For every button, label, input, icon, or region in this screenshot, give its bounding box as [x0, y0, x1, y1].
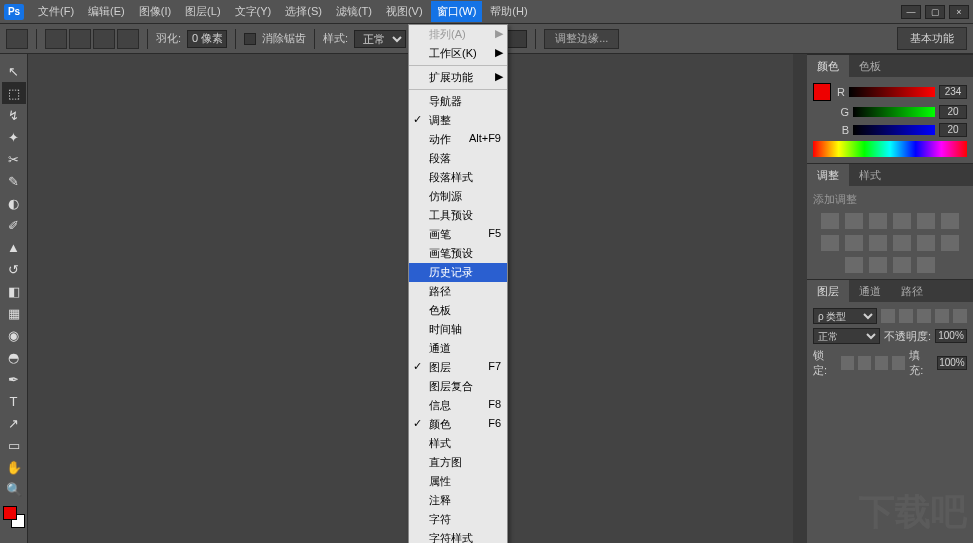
posterize-icon[interactable]: [845, 257, 863, 273]
g-value[interactable]: 20: [939, 105, 967, 119]
fill-value[interactable]: 100%: [937, 356, 967, 370]
menu-help[interactable]: 帮助(H): [484, 1, 533, 22]
marquee-tool[interactable]: ⬚: [2, 82, 26, 104]
shape-tool[interactable]: ▭: [2, 434, 26, 456]
lock-image-icon[interactable]: [858, 356, 871, 370]
lock-all-icon[interactable]: [892, 356, 905, 370]
filter-type-icon[interactable]: [917, 309, 931, 323]
menu-item-工作区(K)[interactable]: 工作区(K)▶: [409, 44, 507, 63]
menu-item-色板[interactable]: 色板: [409, 301, 507, 320]
lookup-icon[interactable]: [917, 235, 935, 251]
g-slider[interactable]: [853, 107, 935, 117]
blur-tool[interactable]: ◉: [2, 324, 26, 346]
menu-item-颜色[interactable]: ✓颜色F6: [409, 415, 507, 434]
bw-icon[interactable]: [845, 235, 863, 251]
filter-smart-icon[interactable]: [953, 309, 967, 323]
menu-item-样式[interactable]: 样式: [409, 434, 507, 453]
workspace-switcher[interactable]: 基本功能: [897, 27, 967, 50]
menu-file[interactable]: 文件(F): [32, 1, 80, 22]
channelmixer-icon[interactable]: [893, 235, 911, 251]
menu-item-段落样式[interactable]: 段落样式: [409, 168, 507, 187]
menu-item-信息[interactable]: 信息F8: [409, 396, 507, 415]
menu-select[interactable]: 选择(S): [279, 1, 328, 22]
stamp-tool[interactable]: ▲: [2, 236, 26, 258]
menu-edit[interactable]: 编辑(E): [82, 1, 131, 22]
menu-item-路径[interactable]: 路径: [409, 282, 507, 301]
hue-icon[interactable]: [941, 213, 959, 229]
tab-color[interactable]: 颜色: [807, 55, 849, 77]
tab-styles[interactable]: 样式: [849, 164, 891, 186]
menu-item-画笔[interactable]: 画笔F5: [409, 225, 507, 244]
gradientmap-icon[interactable]: [893, 257, 911, 273]
menu-type[interactable]: 文字(Y): [229, 1, 278, 22]
spectrum-bar[interactable]: [813, 141, 967, 157]
menu-filter[interactable]: 滤镜(T): [330, 1, 378, 22]
dodge-tool[interactable]: ◓: [2, 346, 26, 368]
photofilter-icon[interactable]: [869, 235, 887, 251]
tool-preset-icon[interactable]: [6, 29, 28, 49]
tab-channels[interactable]: 通道: [849, 280, 891, 302]
selective-icon[interactable]: [917, 257, 935, 273]
refine-edge-button[interactable]: 调整边缘...: [544, 29, 619, 49]
menu-item-属性[interactable]: 属性: [409, 472, 507, 491]
levels-icon[interactable]: [845, 213, 863, 229]
filter-pixel-icon[interactable]: [881, 309, 895, 323]
r-value[interactable]: 234: [939, 85, 967, 99]
move-tool[interactable]: ↖: [2, 60, 26, 82]
brightness-icon[interactable]: [821, 213, 839, 229]
menu-item-字符样式[interactable]: 字符样式: [409, 529, 507, 543]
blend-mode-select[interactable]: 正常: [813, 328, 880, 344]
feather-input[interactable]: [187, 30, 227, 48]
subtract-selection-icon[interactable]: [93, 29, 115, 49]
foreground-swatch[interactable]: [3, 506, 17, 520]
menu-item-排列(A)[interactable]: 排列(A)▶: [409, 25, 507, 44]
menu-image[interactable]: 图像(I): [133, 1, 177, 22]
add-selection-icon[interactable]: [69, 29, 91, 49]
tab-layers[interactable]: 图层: [807, 280, 849, 302]
r-slider[interactable]: [849, 87, 935, 97]
menu-item-导航器[interactable]: 导航器: [409, 92, 507, 111]
collapsed-dock[interactable]: [793, 54, 807, 543]
menu-item-段落[interactable]: 段落: [409, 149, 507, 168]
lock-transparent-icon[interactable]: [841, 356, 854, 370]
menu-item-动作[interactable]: 动作Alt+F9: [409, 130, 507, 149]
tab-paths[interactable]: 路径: [891, 280, 933, 302]
filter-adjust-icon[interactable]: [899, 309, 913, 323]
menu-item-直方图[interactable]: 直方图: [409, 453, 507, 472]
menu-item-历史记录[interactable]: 历史记录: [409, 263, 507, 282]
menu-item-画笔预设[interactable]: 画笔预设: [409, 244, 507, 263]
crop-tool[interactable]: ✂: [2, 148, 26, 170]
tab-swatches[interactable]: 色板: [849, 55, 891, 77]
menu-window[interactable]: 窗口(W): [431, 1, 483, 22]
opacity-value[interactable]: 100%: [935, 329, 967, 343]
color-preview[interactable]: [813, 83, 831, 101]
maximize-button[interactable]: ▢: [925, 5, 945, 19]
style-select[interactable]: 正常: [354, 30, 406, 48]
minimize-button[interactable]: —: [901, 5, 921, 19]
menu-item-扩展功能[interactable]: 扩展功能▶: [409, 68, 507, 87]
menu-item-注释[interactable]: 注释: [409, 491, 507, 510]
threshold-icon[interactable]: [869, 257, 887, 273]
lasso-tool[interactable]: ↯: [2, 104, 26, 126]
exposure-icon[interactable]: [893, 213, 911, 229]
colorbalance-icon[interactable]: [821, 235, 839, 251]
menu-layer[interactable]: 图层(L): [179, 1, 226, 22]
invert-icon[interactable]: [941, 235, 959, 251]
menu-item-仿制源[interactable]: 仿制源: [409, 187, 507, 206]
vibrance-icon[interactable]: [917, 213, 935, 229]
lock-position-icon[interactable]: [875, 356, 888, 370]
gradient-tool[interactable]: ▦: [2, 302, 26, 324]
new-selection-icon[interactable]: [45, 29, 67, 49]
hand-tool[interactable]: ✋: [2, 456, 26, 478]
menu-item-时间轴[interactable]: 时间轴: [409, 320, 507, 339]
menu-view[interactable]: 视图(V): [380, 1, 429, 22]
b-slider[interactable]: [853, 125, 935, 135]
eraser-tool[interactable]: ◧: [2, 280, 26, 302]
healing-tool[interactable]: ◐: [2, 192, 26, 214]
antialias-checkbox[interactable]: [244, 33, 256, 45]
wand-tool[interactable]: ✦: [2, 126, 26, 148]
filter-shape-icon[interactable]: [935, 309, 949, 323]
menu-item-工具预设[interactable]: 工具预设: [409, 206, 507, 225]
tab-adjustments[interactable]: 调整: [807, 164, 849, 186]
history-brush-tool[interactable]: ↺: [2, 258, 26, 280]
